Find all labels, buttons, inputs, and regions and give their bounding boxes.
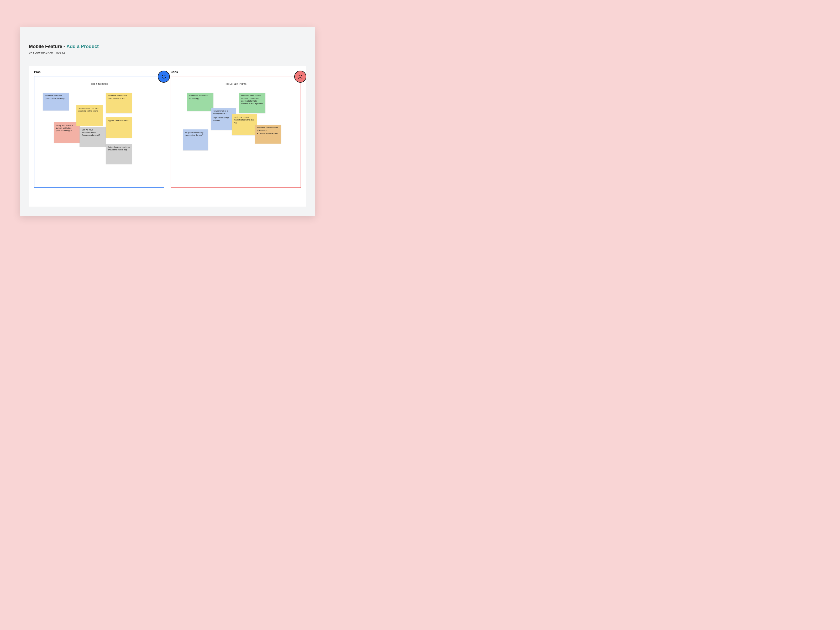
pros-frame-title: Top 3 Benefits bbox=[35, 82, 164, 85]
cons-label: Cons bbox=[171, 70, 301, 74]
whiteboard: Pros Top 3 Benefits Members can add a pr… bbox=[29, 66, 306, 207]
smile-icon bbox=[158, 71, 170, 83]
pros-frame: Top 3 Benefits Members can add a product… bbox=[34, 76, 164, 188]
title-accent: Add a Product bbox=[66, 44, 99, 49]
sticky-note[interactable]: Online Banking has it, so should the mob… bbox=[106, 144, 132, 164]
page-title: Mobile Feature - Add a Product bbox=[29, 44, 99, 49]
sticky-note[interactable]: Members can see our rates within the app bbox=[106, 93, 132, 113]
sticky-note[interactable]: Members can add a product while travelin… bbox=[43, 93, 69, 111]
sticky-note-line: How relevant is a Money Market? bbox=[213, 110, 234, 115]
svg-point-0 bbox=[162, 75, 163, 76]
sticky-note-bullet: Future Roadmap item bbox=[260, 132, 279, 135]
sticky-note[interactable]: Why can't we display rates inside the ap… bbox=[183, 129, 208, 150]
cons-frame-title: Top 3 Pain Points bbox=[171, 82, 300, 85]
sticky-note-line: Allow the ability to order a debit card? bbox=[257, 126, 279, 132]
sticky-note[interactable]: Members need to view rates on our websit… bbox=[239, 93, 265, 113]
svg-point-3 bbox=[301, 75, 302, 76]
sticky-note[interactable]: Can we have personalization? Recommend a… bbox=[79, 127, 106, 147]
cons-frame: Top 3 Pain Points Confusion around our t… bbox=[171, 76, 301, 188]
page-subtitle: UX FLOW DIAGRAM - MOBILE bbox=[29, 51, 99, 54]
sticky-note[interactable]: see rates and can offer products on the … bbox=[76, 105, 103, 126]
header: Mobile Feature - Add a Product UX FLOW D… bbox=[29, 44, 99, 54]
svg-point-2 bbox=[299, 75, 300, 76]
pros-column: Pros Top 3 Benefits Members can add a pr… bbox=[34, 70, 164, 201]
svg-point-1 bbox=[164, 75, 166, 76]
sticky-note[interactable]: can't view current market rates within t… bbox=[232, 114, 257, 135]
frown-icon bbox=[294, 71, 306, 83]
sticky-note[interactable]: Allow the ability to order a debit card?… bbox=[255, 125, 281, 144]
sticky-note[interactable]: Apply for loans as well? bbox=[106, 117, 132, 138]
sticky-note-line: High Yield Savings Account bbox=[213, 117, 234, 122]
sticky-note[interactable]: Confusion around our terminology bbox=[187, 93, 213, 111]
canvas-stage: Mobile Feature - Add a Product UX FLOW D… bbox=[20, 27, 315, 216]
title-prefix: Mobile Feature - bbox=[29, 44, 66, 49]
sticky-note[interactable]: Easily add a slew of current and future … bbox=[54, 122, 80, 143]
pros-label: Pros bbox=[34, 70, 164, 74]
cons-column: Cons Top 3 Pain Points Confusion around … bbox=[171, 70, 301, 201]
